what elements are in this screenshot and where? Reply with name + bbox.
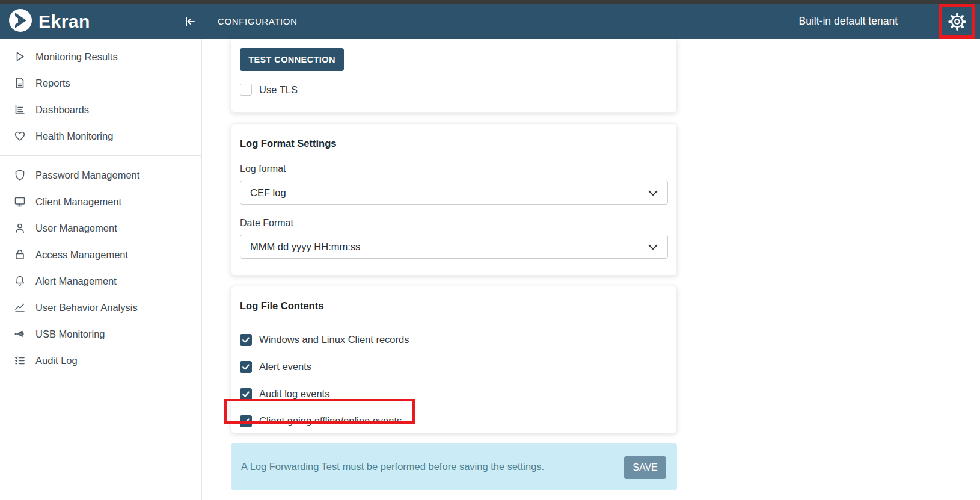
monitor-icon	[13, 195, 27, 208]
usb-icon	[13, 327, 27, 341]
ekran-logo-icon	[8, 8, 32, 35]
checkbox-label: Audit log events	[259, 388, 329, 400]
date-format-select-value: MMM dd yyyy HH:mm:ss	[250, 241, 360, 253]
brand-zone: Ekran	[0, 4, 202, 39]
log-format-select-value: CEF log	[250, 187, 286, 199]
settings-gear-icon[interactable]	[939, 4, 975, 39]
sidebar-item-monitoring-results[interactable]: Monitoring Results	[0, 43, 201, 70]
sidebar-item-access-management[interactable]: Access Management	[0, 241, 201, 268]
notice-text: A Log Forwarding Test must be performed …	[241, 461, 544, 472]
date-format-label: Date Format	[240, 218, 668, 229]
checklist-icon	[13, 354, 27, 367]
checkbox-label: Client going offline/online events	[259, 415, 402, 427]
sidebar-item-label: Health Monitoring	[35, 131, 113, 142]
sidebar-item-label: Alert Management	[35, 276, 117, 287]
client-offline-online-checkbox[interactable]	[240, 415, 252, 427]
sidebar-item-password-management[interactable]: Password Management	[0, 162, 201, 188]
sidebar-item-label: USB Monitoring	[35, 329, 105, 340]
tenant-name[interactable]: Built-in default tenant	[799, 15, 898, 28]
shield-icon	[13, 168, 27, 182]
brand-name: Ekran	[38, 11, 90, 32]
save-notice-bar: A Log Forwarding Test must be performed …	[231, 443, 677, 490]
checkbox-label: Windows and Linux Client records	[259, 334, 409, 345]
sidebar-item-usb-monitoring[interactable]: USB Monitoring	[0, 321, 201, 347]
use-tls-label: Use TLS	[259, 84, 298, 96]
log-file-contents-card: Log File Contents Windows and Linux Clie…	[231, 286, 677, 433]
checkbox-row-alert-events: Alert events	[240, 353, 668, 380]
line-chart-icon	[13, 301, 27, 314]
dashboard-chart-icon	[13, 103, 27, 116]
connection-card: TEST CONNECTION Use TLS	[231, 39, 677, 113]
sidebar-item-user-management[interactable]: User Management	[0, 215, 201, 241]
user-icon	[13, 221, 27, 235]
sidebar-item-label: Monitoring Results	[35, 51, 118, 63]
sidebar-item-alert-management[interactable]: Alert Management	[0, 268, 201, 294]
sidebar-item-health-monitoring[interactable]: Health Monitoring	[0, 123, 201, 149]
bell-icon	[13, 274, 27, 288]
log-format-settings-card: Log Format Settings Log format CEF log D…	[231, 123, 677, 276]
main-content: TEST CONNECTION Use TLS Log Format Setti…	[202, 39, 980, 500]
sidebar-item-label: Password Management	[35, 170, 139, 181]
sidebar-item-label: Dashboards	[35, 104, 89, 116]
chevron-down-icon	[648, 187, 658, 199]
log-format-select[interactable]: CEF log	[240, 181, 668, 205]
chevron-down-icon	[648, 241, 658, 253]
test-connection-button[interactable]: TEST CONNECTION	[240, 48, 344, 71]
sidebar-item-client-management[interactable]: Client Management	[0, 188, 201, 215]
app-header: Ekran CONFIGURATION Built-in default ten…	[0, 4, 980, 39]
play-icon	[13, 50, 27, 63]
audit-log-events-checkbox[interactable]	[240, 388, 252, 400]
lock-icon	[13, 248, 27, 261]
alert-events-checkbox[interactable]	[240, 361, 252, 373]
sidebar-item-label: User Behavior Analysis	[35, 302, 138, 313]
card-title: Log File Contents	[240, 300, 668, 312]
ekran-logo[interactable]: Ekran	[8, 8, 90, 35]
sidebar-divider	[0, 155, 201, 156]
sidebar-item-dashboards[interactable]: Dashboards	[0, 96, 201, 123]
use-tls-checkbox[interactable]	[240, 84, 252, 96]
browser-top-strip	[0, 0, 980, 4]
sidebar-item-user-behavior-analysis[interactable]: User Behavior Analysis	[0, 294, 201, 321]
sidebar-item-label: Audit Log	[35, 355, 78, 366]
checkbox-row-windows-linux-records: Windows and Linux Client records	[240, 326, 668, 353]
page-title: CONFIGURATION	[218, 16, 298, 26]
report-document-icon	[13, 76, 27, 90]
checkbox-label: Alert events	[259, 361, 311, 372]
header-divider	[210, 4, 210, 39]
collapse-sidebar-icon[interactable]	[181, 13, 199, 31]
date-format-select[interactable]: MMM dd yyyy HH:mm:ss	[240, 235, 668, 259]
save-button[interactable]: SAVE	[624, 456, 666, 479]
card-title: Log Format Settings	[240, 138, 668, 149]
sidebar-item-reports[interactable]: Reports	[0, 70, 201, 96]
sidebar-item-label: User Management	[35, 223, 117, 234]
use-tls-row: Use TLS	[240, 84, 668, 96]
windows-linux-records-checkbox[interactable]	[240, 334, 252, 346]
sidebar-item-label: Reports	[35, 78, 70, 89]
sidebar-item-audit-log[interactable]: Audit Log	[0, 347, 201, 374]
checkbox-row-client-offline-online: Client going offline/online events	[240, 407, 668, 434]
heart-icon	[13, 129, 27, 143]
log-format-label: Log format	[240, 164, 668, 174]
sidebar-nav: Monitoring Results Reports Dashboards He…	[0, 39, 202, 500]
checkbox-row-audit-log-events: Audit log events	[240, 380, 668, 407]
sidebar-item-label: Access Management	[35, 249, 128, 261]
sidebar-item-label: Client Management	[35, 196, 121, 208]
